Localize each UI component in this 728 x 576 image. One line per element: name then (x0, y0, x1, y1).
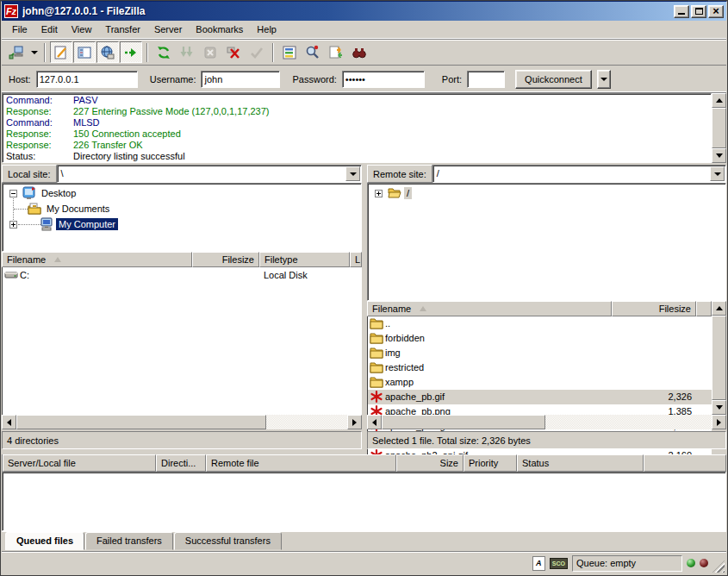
menu-edit[interactable]: Edit (34, 22, 65, 37)
queue-tabs: Queued files Failed transfers Successful… (2, 531, 726, 551)
remote-file-row[interactable]: forbidden (368, 331, 712, 346)
toggle-transfer-queue-button[interactable] (120, 41, 142, 63)
local-site-dropdown[interactable] (345, 166, 360, 181)
tree-item-my-documents[interactable]: My Documents (3, 201, 361, 216)
column-header-filename[interactable]: Filename (367, 301, 612, 316)
column-header-filesize[interactable]: Filesize (192, 252, 259, 267)
scroll-down-icon (716, 405, 723, 410)
column-header-filename[interactable]: Filename (2, 252, 192, 267)
scroll-down-button[interactable] (712, 400, 726, 415)
find-files-button[interactable] (348, 41, 370, 63)
sort-ascending-icon (54, 257, 61, 262)
scroll-up-button[interactable] (712, 301, 726, 316)
scroll-right-button[interactable] (712, 415, 726, 429)
column-header-priority[interactable]: Priority (464, 454, 517, 472)
folder-icon (370, 375, 383, 389)
disconnect-button[interactable] (222, 41, 245, 63)
local-file-row[interactable]: C: Local Disk (3, 267, 362, 282)
column-header-status[interactable]: Status (517, 454, 644, 472)
local-site-combobox[interactable]: \ (57, 165, 362, 183)
scrollbar-thumb[interactable] (382, 415, 545, 429)
synchronized-browsing-button[interactable] (325, 41, 347, 63)
remote-horizontal-scrollbar[interactable] (367, 415, 726, 429)
column-header-lastmodified[interactable]: L (350, 252, 362, 267)
collapse-icon[interactable] (9, 190, 17, 197)
remote-file-row[interactable]: xampp (368, 375, 712, 390)
recheck-button[interactable] (246, 41, 268, 63)
local-horizontal-scrollbar[interactable] (2, 415, 362, 429)
toggle-remote-tree-button[interactable] (96, 41, 119, 63)
cancel-operation-icon (202, 45, 218, 60)
column-header-remote-file[interactable]: Remote file (206, 454, 396, 472)
my-documents-icon (28, 202, 41, 216)
tab-failed-transfers[interactable]: Failed transfers (85, 532, 173, 550)
tree-item-label: Desktop (39, 187, 78, 199)
tree-item-my-computer[interactable]: My Computer (3, 216, 361, 232)
toggle-local-tree-button[interactable] (73, 41, 96, 63)
column-header-filetype[interactable]: Filetype (259, 252, 350, 267)
toggle-message-log-button[interactable] (50, 41, 72, 63)
menu-bookmarks[interactable]: Bookmarks (189, 22, 250, 37)
scrollbar-thumb[interactable] (712, 108, 726, 148)
tree-item-desktop[interactable]: Desktop (3, 185, 361, 201)
menu-transfer[interactable]: Transfer (98, 22, 147, 37)
remote-tree: / (367, 183, 726, 301)
cancel-operation-button[interactable] (199, 41, 221, 63)
menu-server[interactable]: Server (147, 22, 189, 37)
scroll-left-button[interactable] (2, 415, 16, 429)
refresh-button[interactable] (152, 41, 175, 63)
window-title: john@127.0.0.1 - FileZilla (22, 5, 674, 17)
scroll-up-button[interactable] (712, 93, 726, 108)
remote-file-row[interactable]: restricted (368, 360, 712, 375)
expand-icon[interactable] (375, 190, 383, 197)
scrollbar-thumb[interactable] (16, 415, 266, 429)
folder-open-icon (388, 186, 401, 200)
remote-file-row[interactable]: .. (368, 316, 712, 331)
remote-vertical-scrollbar[interactable] (712, 301, 726, 416)
tab-queued-files[interactable]: Queued files (5, 532, 84, 550)
expand-icon[interactable] (9, 221, 17, 229)
scroll-down-button[interactable] (712, 148, 726, 163)
column-header-filesize[interactable]: Filesize (612, 301, 696, 316)
log-scrollbar[interactable] (712, 93, 726, 163)
resize-grip[interactable] (712, 560, 725, 573)
process-queue-button[interactable] (176, 41, 198, 63)
close-button[interactable]: × (708, 5, 724, 18)
username-input[interactable] (201, 71, 280, 88)
log-entry: Response:227 Entering Passive Mode (127,… (3, 106, 711, 117)
quickconnect-button[interactable]: Quickconnect (515, 70, 592, 89)
scrollbar-thumb[interactable] (712, 316, 726, 401)
remote-site-combobox[interactable]: / (432, 165, 726, 183)
filter-button[interactable] (278, 41, 301, 63)
column-header-server-local-file[interactable]: Server/Local file (3, 454, 156, 472)
password-input[interactable] (342, 71, 425, 88)
local-site-value: \ (58, 166, 345, 182)
remote-file-row[interactable]: img (368, 346, 712, 360)
my-computer-icon (40, 217, 53, 231)
menu-view[interactable]: View (65, 22, 99, 37)
remote-site-dropdown[interactable] (710, 166, 725, 181)
scroll-right-button[interactable] (347, 415, 362, 429)
password-label: Password: (292, 74, 336, 85)
menu-help[interactable]: Help (250, 22, 283, 37)
tab-successful-transfers[interactable]: Successful transfers (174, 532, 282, 550)
tree-item-root[interactable]: / (368, 185, 725, 201)
directory-comparison-button[interactable] (302, 41, 324, 63)
receive-activity-led-icon (687, 559, 695, 567)
status-bar: A SCO Queue: empty (2, 551, 726, 574)
refresh-icon (156, 45, 171, 60)
remote-file-row-selected[interactable]: apache_pb.gif 2,326 (368, 390, 712, 404)
scroll-left-button[interactable] (367, 415, 382, 429)
minimize-button[interactable] (674, 5, 689, 18)
port-input[interactable] (467, 71, 505, 88)
maximize-button[interactable] (691, 5, 706, 18)
host-input[interactable] (36, 71, 138, 88)
column-header-size[interactable]: Size (396, 454, 464, 472)
site-manager-dropdown[interactable] (28, 41, 40, 63)
site-manager-button[interactable] (5, 41, 28, 63)
minimize-icon (678, 13, 685, 15)
quickconnect-dropdown[interactable] (597, 70, 611, 89)
scroll-right-icon (352, 419, 357, 426)
column-header-direction[interactable]: Directi... (156, 454, 206, 472)
menu-file[interactable]: File (5, 22, 34, 37)
